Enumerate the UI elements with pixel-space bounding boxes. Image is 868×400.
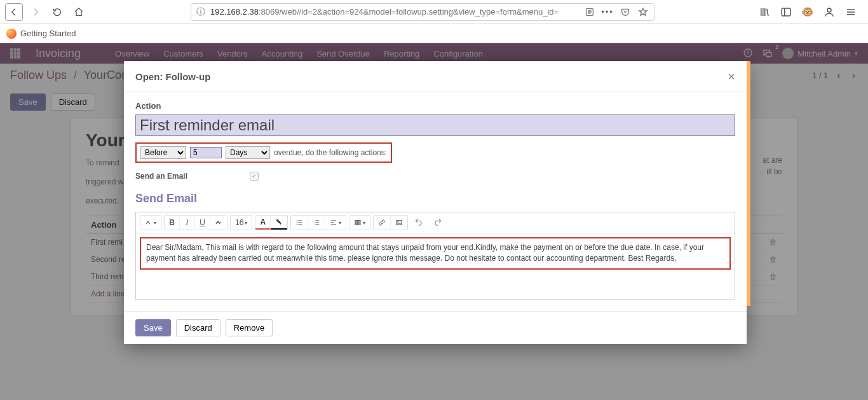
library-icon[interactable] bbox=[757, 5, 771, 19]
back-button[interactable] bbox=[5, 3, 23, 21]
url-text: 192.168.2.38:8069/web#id=2&action=924&mo… bbox=[210, 7, 579, 17]
home-button[interactable] bbox=[70, 3, 88, 21]
rte-image-button[interactable] bbox=[391, 216, 407, 230]
send-email-checkbox[interactable]: ✓ bbox=[250, 172, 259, 181]
modal-header: Open: Follow-up × bbox=[124, 61, 747, 92]
svg-rect-8 bbox=[397, 221, 402, 225]
hamburger-menu-icon[interactable] bbox=[844, 5, 858, 19]
bookmark-star-icon[interactable] bbox=[637, 6, 649, 18]
bookmark-label: Getting Started bbox=[20, 29, 76, 38]
svg-rect-1 bbox=[782, 8, 790, 16]
rte-italic-button[interactable]: I bbox=[180, 216, 195, 230]
account-icon[interactable] bbox=[822, 5, 836, 19]
send-email-section-title: Send Email bbox=[135, 192, 735, 205]
modal-save-button[interactable]: Save bbox=[135, 319, 171, 336]
forward-button[interactable] bbox=[27, 3, 44, 21]
rte-table-dropdown[interactable]: ▾ bbox=[349, 216, 370, 230]
rte-ol-button[interactable] bbox=[308, 216, 325, 230]
rte-style-dropdown[interactable]: ▾ bbox=[140, 216, 161, 230]
svg-point-4 bbox=[297, 221, 297, 221]
svg-point-2 bbox=[827, 8, 831, 12]
schedule-row: Before After Days Weeks Months overdue, … bbox=[135, 142, 392, 163]
browser-toolbar: ⓘ 192.168.2.38:8069/web#id=2&action=924&… bbox=[0, 0, 868, 24]
url-bar[interactable]: ⓘ 192.168.2.38:8069/web#id=2&action=924&… bbox=[191, 3, 654, 21]
rte-fontsize-dropdown[interactable]: 16▾ bbox=[231, 216, 252, 230]
modal-discard-button[interactable]: Discard bbox=[176, 319, 220, 336]
rte-strike-button[interactable] bbox=[210, 216, 227, 230]
rte-align-dropdown[interactable]: ▾ bbox=[325, 216, 346, 230]
timing-select[interactable]: Before After bbox=[140, 146, 186, 159]
site-info-icon[interactable]: ⓘ bbox=[196, 6, 205, 18]
firefox-icon bbox=[6, 29, 17, 39]
schedule-suffix: overdue, do the following actions: bbox=[274, 148, 387, 157]
svg-point-6 bbox=[297, 224, 297, 225]
bookmark-getting-started[interactable]: Getting Started bbox=[6, 29, 76, 39]
rte-underline-button[interactable]: U bbox=[195, 216, 210, 230]
bookmarks-bar: Getting Started bbox=[0, 24, 868, 43]
followup-modal: Open: Follow-up × Action Before After Da… bbox=[124, 61, 747, 344]
rte-ul-button[interactable] bbox=[291, 216, 308, 230]
modal-remove-button[interactable]: Remove bbox=[226, 319, 273, 336]
send-email-label: Send an Email bbox=[135, 172, 224, 181]
modal-footer: Save Discard Remove bbox=[124, 311, 747, 344]
page-actions-icon[interactable]: ••• bbox=[602, 6, 613, 18]
email-body-editor[interactable]: Dear Sir/Madam, This mail is with regard… bbox=[140, 237, 731, 270]
pocket-icon[interactable] bbox=[620, 6, 631, 18]
sidebar-icon[interactable] bbox=[779, 5, 793, 19]
rte-link-button[interactable] bbox=[374, 216, 391, 230]
timing-unit-select[interactable]: Days Weeks Months bbox=[226, 146, 270, 159]
timing-number-input[interactable] bbox=[190, 147, 222, 158]
extension-icon[interactable]: 🐵 bbox=[801, 5, 815, 19]
rte-bold-button[interactable]: B bbox=[165, 216, 180, 230]
action-name-input[interactable] bbox=[135, 114, 735, 136]
rich-text-editor: ▾ B I U 16▾ A bbox=[135, 212, 735, 300]
rte-undo-button[interactable] bbox=[410, 216, 427, 230]
rte-toolbar: ▾ B I U 16▾ A bbox=[136, 212, 735, 233]
svg-rect-7 bbox=[355, 221, 360, 225]
svg-point-5 bbox=[297, 223, 297, 223]
action-label: Action bbox=[135, 101, 735, 111]
reload-button[interactable] bbox=[48, 3, 66, 21]
rte-redo-button[interactable] bbox=[430, 216, 446, 230]
rte-text-color-button[interactable]: A bbox=[255, 216, 271, 230]
reader-mode-icon[interactable] bbox=[584, 6, 595, 18]
close-icon[interactable]: × bbox=[728, 70, 735, 83]
rte-bg-color-button[interactable] bbox=[271, 216, 287, 230]
modal-title: Open: Follow-up bbox=[135, 71, 210, 82]
